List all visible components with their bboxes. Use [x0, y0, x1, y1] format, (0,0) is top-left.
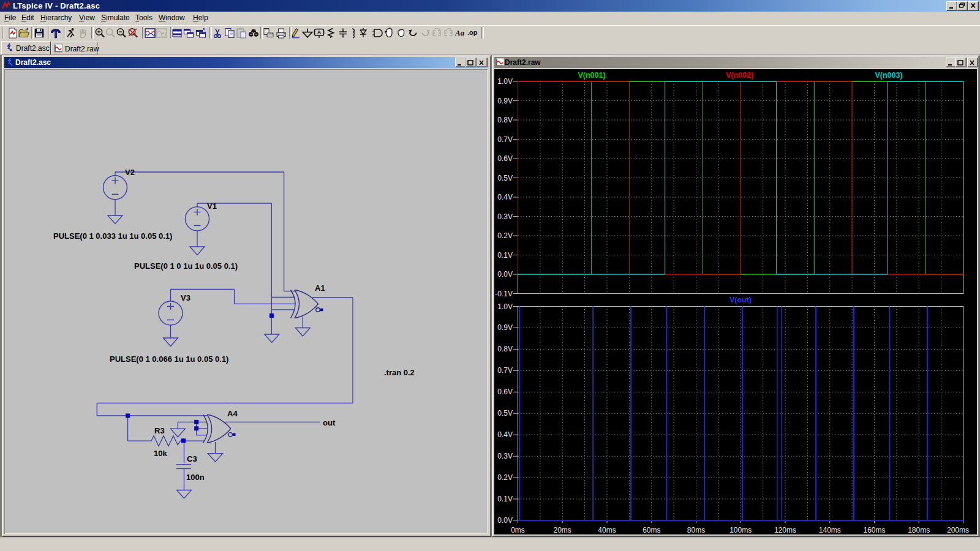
- svg-text:0.9V: 0.9V: [497, 97, 513, 105]
- svg-text:0.7V: 0.7V: [497, 366, 513, 375]
- svg-text:0.4V: 0.4V: [497, 430, 513, 439]
- svg-text:120ms: 120ms: [774, 526, 796, 534]
- svg-text:Aa: Aa: [454, 28, 465, 37]
- svg-text:200ms: 200ms: [947, 526, 969, 534]
- svg-text:0.3V: 0.3V: [497, 452, 513, 460]
- svg-text:40ms: 40ms: [598, 526, 616, 534]
- svg-text:.tran 0.2: .tran 0.2: [384, 368, 415, 377]
- svg-text:20ms: 20ms: [554, 526, 571, 534]
- svg-text:0.1V: 0.1V: [497, 251, 513, 260]
- svg-text:180ms: 180ms: [908, 526, 930, 534]
- svg-text:0.3V: 0.3V: [497, 212, 513, 221]
- svg-text:0.8V: 0.8V: [497, 116, 513, 124]
- svg-text:1.0V: 1.0V: [497, 302, 513, 311]
- svg-text:V(n002): V(n002): [726, 71, 753, 80]
- svg-text:0.9V: 0.9V: [497, 323, 513, 332]
- svg-text:A1: A1: [315, 283, 325, 293]
- svg-text:V2: V2: [125, 168, 135, 177]
- svg-text:V(n001): V(n001): [578, 71, 605, 80]
- svg-text:A4: A4: [227, 409, 238, 418]
- svg-text:0.6V: 0.6V: [497, 154, 513, 163]
- svg-text:160ms: 160ms: [863, 526, 885, 534]
- svg-text:0.5V: 0.5V: [497, 409, 513, 418]
- svg-text:1.0V: 1.0V: [497, 77, 513, 86]
- svg-text:-0.1V: -0.1V: [495, 290, 513, 298]
- svg-text:0.6V: 0.6V: [497, 388, 513, 396]
- svg-text:V3: V3: [181, 293, 190, 302]
- svg-text:PULSE(0 1 0.066 1u 1u 0.05 0.1: PULSE(0 1 0.066 1u 1u 0.05 0.1): [110, 354, 228, 364]
- svg-text:140ms: 140ms: [819, 526, 841, 534]
- svg-text:80ms: 80ms: [687, 526, 705, 534]
- svg-text:C3: C3: [187, 454, 197, 463]
- svg-text:0ms: 0ms: [511, 526, 525, 534]
- svg-text:0.0V: 0.0V: [497, 516, 513, 525]
- svg-text:R3: R3: [154, 426, 165, 435]
- svg-text:10k: 10k: [154, 449, 167, 458]
- svg-text:100n: 100n: [186, 473, 205, 482]
- svg-text:0.2V: 0.2V: [497, 231, 513, 240]
- svg-text:PULSE(0 1 0 1u 1u 0.05 0.1): PULSE(0 1 0 1u 1u 0.05 0.1): [134, 261, 238, 271]
- svg-text:V1: V1: [207, 201, 217, 211]
- svg-text:V(out): V(out): [729, 296, 752, 304]
- svg-text:V(n003): V(n003): [875, 71, 902, 80]
- svg-text:0.0V: 0.0V: [497, 270, 513, 279]
- svg-text:out: out: [323, 418, 336, 427]
- svg-text:.op: .op: [467, 29, 478, 36]
- svg-text:0.4V: 0.4V: [497, 193, 513, 201]
- svg-text:0.5V: 0.5V: [497, 174, 513, 182]
- svg-text:PULSE(0 1 0.033 1u 1u 0.05 0.1: PULSE(0 1 0.033 1u 1u 0.05 0.1): [53, 231, 172, 241]
- svg-text:A: A: [317, 29, 322, 36]
- svg-text:60ms: 60ms: [643, 526, 660, 534]
- svg-text:0.8V: 0.8V: [497, 345, 513, 353]
- svg-text:0.2V: 0.2V: [497, 473, 513, 482]
- svg-text:100ms: 100ms: [729, 526, 752, 534]
- svg-text:0.7V: 0.7V: [497, 135, 513, 144]
- svg-text:0.1V: 0.1V: [497, 495, 513, 503]
